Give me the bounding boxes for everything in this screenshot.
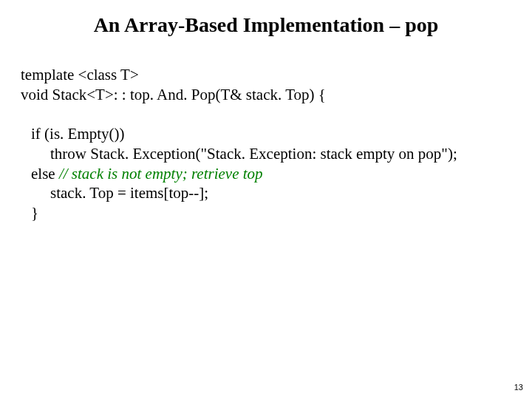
code-line-4: throw Stack. Exception("Stack. Exception… — [21, 144, 516, 164]
code-line-1: template <class T> — [21, 65, 516, 85]
code-line-5: else // stack is not empty; retrieve top — [21, 164, 516, 184]
code-line-3: if (is. Empty()) — [21, 124, 516, 144]
code-line-2b: (T& stack. Top) { — [215, 86, 325, 103]
code-line-7: } — [21, 203, 516, 223]
code-line-2a: void Stack<T>: : top. And. Pop — [21, 86, 215, 103]
page-number: 13 — [514, 383, 523, 392]
code-comment: // stack is not empty; retrieve top — [59, 165, 263, 183]
blank-line — [21, 105, 516, 124]
code-line-5a: else — [31, 165, 59, 183]
slide: An Array-Based Implementation – pop temp… — [0, 0, 532, 399]
code-line-6: stack. Top = items[top--]; — [21, 183, 516, 203]
code-line-2: void Stack<T>: : top. And. Pop(T& stack.… — [21, 85, 516, 105]
code-block: template <class T> void Stack<T>: : top.… — [21, 65, 516, 223]
slide-title: An Array-Based Implementation – pop — [0, 13, 532, 37]
